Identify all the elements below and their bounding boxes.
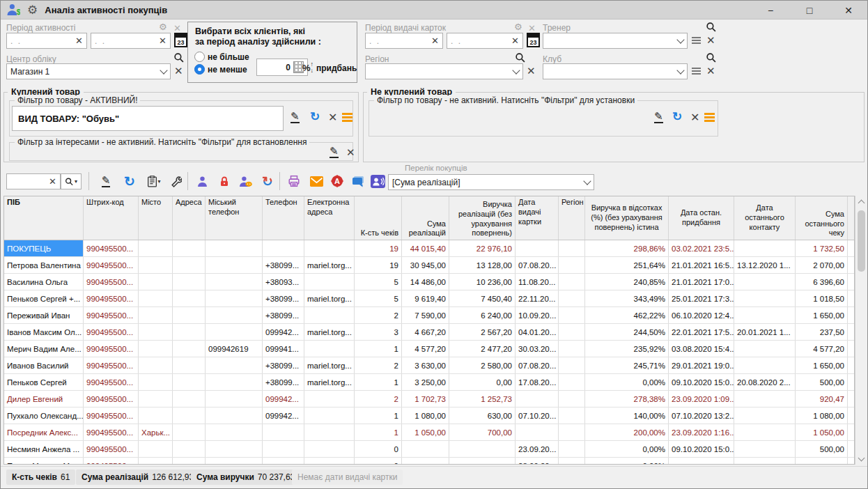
table-row[interactable]: Пеньков Сергей990495500...+38099...marie… xyxy=(4,374,854,391)
column-header[interactable]: ПІБ xyxy=(4,196,84,240)
antivirus-button[interactable]: A xyxy=(328,172,346,190)
no-less-radio[interactable] xyxy=(194,64,205,75)
column-header[interactable]: Виручка реалізацій (без урахування повер… xyxy=(449,196,516,240)
print-button[interactable] xyxy=(285,172,303,190)
accounting-center-select[interactable]: Магазин 1 xyxy=(6,63,171,79)
column-header[interactable]: Дата видачі картки xyxy=(516,196,559,240)
column-header[interactable]: Міський телефон xyxy=(206,196,263,240)
region-search-icon[interactable] xyxy=(515,52,525,63)
refresh-button[interactable]: ↻ xyxy=(121,172,139,190)
minimize-button[interactable]: − xyxy=(763,5,778,16)
club-select[interactable] xyxy=(543,63,688,79)
table-row[interactable]: Переживай Иван990495500...+38099...27 59… xyxy=(4,307,854,324)
column-header[interactable]: Телефон xyxy=(263,196,304,240)
vertical-scrollbar[interactable] xyxy=(855,196,867,465)
club-list-icon[interactable] xyxy=(692,68,701,75)
filter-list-icon[interactable] xyxy=(342,113,352,122)
activity-date-from-input[interactable]: . . ✕ xyxy=(6,33,87,49)
np-filter-list-icon[interactable] xyxy=(704,113,715,122)
table-row[interactable]: Мерич Вадим Але...990495500...0999426190… xyxy=(4,341,854,357)
trainer-select[interactable] xyxy=(543,33,688,49)
club-search-icon[interactable] xyxy=(706,52,716,63)
column-header[interactable]: Дата остан. придбання xyxy=(669,196,734,240)
column-header[interactable]: Дата останнього контакту xyxy=(734,196,796,240)
np-edit-filter-icon[interactable]: ✎ xyxy=(654,111,663,123)
edit-interest-filter-icon[interactable]: ✎ xyxy=(330,146,339,158)
product-filter-value-box[interactable]: ВИД ТОВАРУ: "Обувь" xyxy=(12,106,284,131)
sync-button[interactable]: ↻ xyxy=(258,172,277,190)
table-row[interactable]: Пухкало Олександ...990495500...099942...… xyxy=(4,408,854,424)
card-period-clear-icon[interactable]: ✕ xyxy=(528,23,536,33)
search-input[interactable] xyxy=(10,176,44,187)
column-header[interactable]: Штрих-код xyxy=(84,196,139,240)
table-row[interactable]: Несмиян Анжела ...990495500...023.09.20.… xyxy=(4,441,854,458)
scroll-down-icon[interactable] xyxy=(855,453,867,465)
clear-date-icon[interactable]: ✕ xyxy=(75,36,83,45)
activity-period-gear-icon[interactable]: ⚙ xyxy=(159,22,167,31)
calendar-icon[interactable]: 23 xyxy=(527,33,540,47)
table-row[interactable]: Василина Ольга990495500...+38093...514 4… xyxy=(4,274,854,290)
no-more-radio[interactable] xyxy=(194,52,205,62)
column-header[interactable]: Місто xyxy=(139,196,173,240)
scrollbar-thumb[interactable] xyxy=(858,210,865,272)
clear-date-icon[interactable]: ✕ xyxy=(159,36,166,45)
copy-button[interactable]: ▾ xyxy=(143,172,165,190)
table-row[interactable]: Іванов Максим Ол...990495500...099942...… xyxy=(4,324,854,341)
table-row[interactable]: Иванов Василий990495500...+38099...marie… xyxy=(4,357,854,374)
client-card-button[interactable] xyxy=(193,172,211,190)
column-header[interactable]: Виручка в відсотках (%) (без урахування … xyxy=(585,196,669,240)
card-date-from-input[interactable]: . . ✕ xyxy=(365,33,443,49)
table-cell xyxy=(139,257,173,273)
column-header[interactable]: Сума реалізацій xyxy=(402,196,449,240)
np-clear-filter-icon[interactable]: ✕ xyxy=(690,112,699,123)
maximize-button[interactable]: □ xyxy=(802,5,817,16)
table-row[interactable]: Дилер Евгений990495500...099942...21 702… xyxy=(4,391,854,408)
buyers-list-select[interactable]: [Сума реалізацій] xyxy=(388,174,594,190)
table-cell: 29.01.2021 19:0... xyxy=(669,357,734,373)
table-row[interactable]: Пурин Михаил Ма...990495500...023.09.20.… xyxy=(4,458,854,465)
purchase-count-input[interactable]: 0 xyxy=(256,59,308,76)
region-select[interactable] xyxy=(365,63,523,79)
trainer-clear-icon[interactable]: ✕ xyxy=(706,35,715,45)
activity-period-clear-icon[interactable]: ✕ xyxy=(173,23,181,33)
clear-interest-filter-icon[interactable]: ✕ xyxy=(346,147,355,157)
calendar-icon[interactable]: 23 xyxy=(174,33,187,47)
activity-date-to-input[interactable]: . . ✕ xyxy=(91,33,171,49)
table-row[interactable]: Посредник Алекс...990495500...Харьк...11… xyxy=(4,424,854,441)
clear-search-icon[interactable]: ✕ xyxy=(49,177,56,186)
trainer-list-icon[interactable] xyxy=(692,37,701,44)
region-clear-icon[interactable]: ✕ xyxy=(527,65,536,76)
np-refresh-filter-icon[interactable]: ↻ xyxy=(672,111,682,123)
card-period-gear-icon[interactable]: ⚙ xyxy=(514,22,522,31)
table-row[interactable]: Пеньков Сергей +...990495500...+38099...… xyxy=(4,290,854,307)
email-button[interactable] xyxy=(307,172,325,190)
messages-button[interactable] xyxy=(349,172,367,190)
edit-button[interactable]: ✎ xyxy=(97,172,115,190)
column-header[interactable]: Електронна адреса xyxy=(304,196,355,240)
refresh-filter-icon[interactable]: ↻ xyxy=(310,111,320,123)
clear-date-icon[interactable]: ✕ xyxy=(511,36,519,45)
scroll-up-icon[interactable] xyxy=(855,196,867,208)
tools-button[interactable] xyxy=(166,172,185,190)
table-row[interactable]: ПОКУПЕЦЬ990495500...1944 015,4022 976,10… xyxy=(4,240,854,257)
table-row[interactable]: Петрова Валентина990495500...+38099...ma… xyxy=(4,257,854,274)
column-header[interactable]: Регіон xyxy=(559,196,585,240)
column-header[interactable]: Сума останнього чеку xyxy=(796,196,848,240)
accounting-center-clear-icon[interactable]: ✕ xyxy=(174,65,183,76)
close-button[interactable]: ✕ xyxy=(841,5,856,16)
lock-button[interactable] xyxy=(215,172,233,190)
percent-toggle-icon[interactable]: %↑↓ xyxy=(302,61,313,74)
search-options-button[interactable]: ▾ xyxy=(61,173,82,189)
accounting-center-search-icon[interactable] xyxy=(173,52,184,63)
card-date-to-input[interactable]: . . ✕ xyxy=(447,33,523,49)
column-header[interactable]: Адреса xyxy=(173,196,206,240)
column-header[interactable]: К-сть чеків xyxy=(355,196,402,240)
edit-filter-icon[interactable]: ✎ xyxy=(290,111,300,123)
clear-filter-icon[interactable]: ✕ xyxy=(328,112,337,123)
contacts-button[interactable] xyxy=(369,172,387,190)
trainer-search-icon[interactable] xyxy=(706,22,716,32)
client-comment-button[interactable] xyxy=(236,172,254,190)
club-clear-icon[interactable]: ✕ xyxy=(706,65,715,76)
search-box[interactable]: ✕ xyxy=(6,173,61,189)
clear-date-icon[interactable]: ✕ xyxy=(431,36,439,45)
